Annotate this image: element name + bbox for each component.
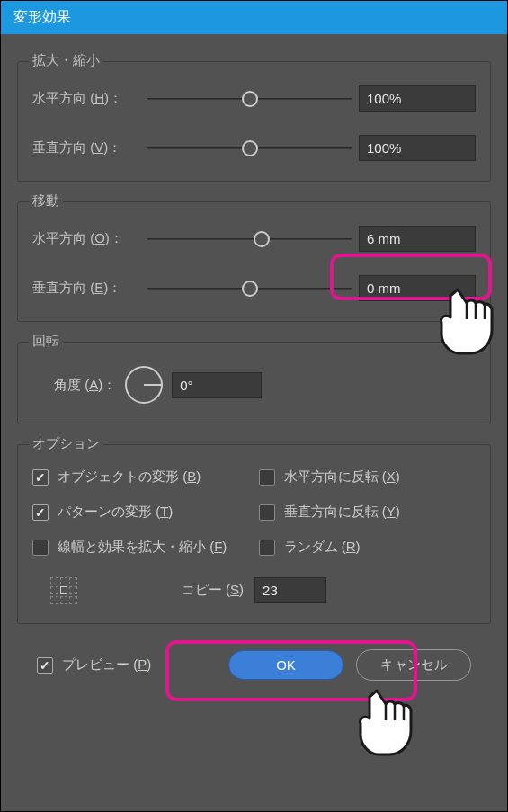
angle-dial[interactable] — [125, 366, 163, 404]
copy-label: コピー (S) — [182, 582, 244, 599]
opt-transform-patterns[interactable]: パターンの変形 (T) — [32, 504, 250, 521]
scale-h-value[interactable]: 100% — [359, 85, 476, 112]
scale-v-slider[interactable] — [147, 141, 352, 156]
window-title: 変形効果 — [1, 1, 507, 34]
opt-random[interactable]: ランダム (R) — [259, 539, 477, 556]
angle-label: 角度 (A)： — [54, 377, 116, 394]
options-group: オプション オブジェクトの変形 (B) 水平方向に反転 (X) パターンの変形 … — [17, 444, 491, 624]
preview-checkbox[interactable]: プレビュー (P) — [37, 656, 151, 674]
move-h-slider[interactable] — [147, 232, 352, 246]
move-legend: 移動 — [29, 192, 63, 210]
checkbox-icon — [37, 657, 53, 674]
options-legend: オプション — [29, 435, 103, 452]
ok-button[interactable]: OK — [228, 650, 343, 680]
move-v-label: 垂直方向 (E)： — [32, 280, 140, 297]
copy-count-input[interactable]: 23 — [254, 577, 326, 603]
scale-h-slider[interactable] — [147, 92, 352, 106]
checkbox-icon — [259, 540, 275, 556]
opt-flip-horizontal[interactable]: 水平方向に反転 (X) — [259, 468, 477, 486]
scale-v-label: 垂直方向 (V)： — [32, 139, 140, 156]
move-h-value[interactable]: 6 mm — [359, 226, 476, 252]
move-h-label: 水平方向 (O)： — [32, 230, 140, 247]
scale-h-label: 水平方向 (H)： — [32, 90, 140, 107]
checkbox-icon — [32, 540, 49, 556]
pointer-hand-icon — [350, 688, 414, 763]
opt-transform-objects[interactable]: オブジェクトの変形 (B) — [32, 468, 250, 486]
checkbox-icon — [32, 469, 49, 486]
angle-value[interactable]: 0° — [172, 372, 262, 398]
rotate-legend: 回転 — [29, 333, 63, 350]
move-v-slider[interactable] — [147, 281, 352, 296]
checkbox-icon — [32, 504, 49, 521]
checkbox-icon — [259, 504, 275, 521]
move-group: 移動 水平方向 (O)： 6 mm 垂直方向 (E)： 0 mm — [17, 201, 491, 322]
scale-legend: 拡大・縮小 — [29, 52, 103, 69]
move-v-value[interactable]: 0 mm — [359, 275, 476, 301]
scale-v-value[interactable]: 100% — [359, 135, 476, 161]
cancel-button[interactable]: キャンセル — [356, 649, 471, 681]
checkbox-icon — [259, 469, 275, 486]
reference-point-icon[interactable] — [50, 577, 77, 604]
rotate-group: 回転 角度 (A)： 0° — [17, 342, 491, 424]
opt-scale-strokes[interactable]: 線幅と効果を拡大・縮小 (F) — [32, 539, 250, 556]
opt-flip-vertical[interactable]: 垂直方向に反転 (Y) — [259, 504, 477, 521]
transform-effect-dialog: 変形効果 拡大・縮小 水平方向 (H)： 100% 垂直方向 (V)： 100%… — [0, 0, 508, 812]
scale-group: 拡大・縮小 水平方向 (H)： 100% 垂直方向 (V)： 100% — [17, 61, 491, 182]
